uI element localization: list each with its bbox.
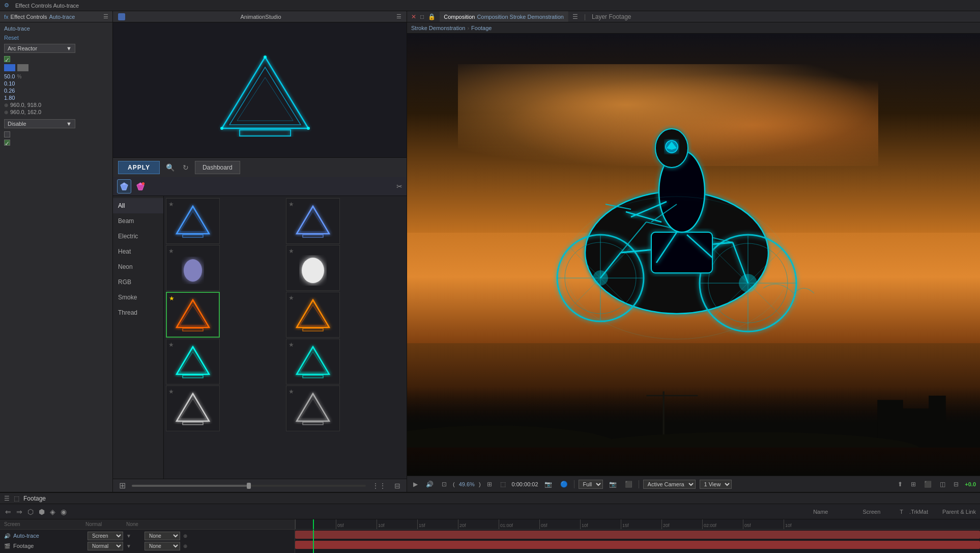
category-item-smoke[interactable]: Smoke (113, 290, 163, 305)
tl-solo[interactable]: ◈ (49, 507, 56, 517)
color-swatch-blue[interactable] (4, 64, 15, 71)
tab-icon-gem[interactable] (117, 179, 131, 193)
category-item-rgb[interactable]: RGB (113, 274, 163, 290)
tl-stencil[interactable]: ◉ (60, 507, 68, 517)
track-name-footage[interactable]: Footage (13, 543, 84, 549)
category-item-all[interactable]: All (113, 198, 163, 213)
category-item-thread[interactable]: Thread (113, 305, 163, 320)
fx-icon: fx (4, 14, 9, 20)
grid-icon-button[interactable]: ⊞ (117, 479, 128, 492)
star-icon-6[interactable]: ★ (289, 294, 294, 301)
effect-item-1[interactable]: ★ (166, 198, 220, 244)
effect-item-6[interactable]: ★ (286, 292, 340, 338)
playhead[interactable] (313, 519, 314, 529)
effect-item-8[interactable]: ★ (286, 339, 340, 384)
param-value-4[interactable]: 1.80 (4, 95, 15, 101)
refresh-button[interactable]: ↻ (181, 161, 191, 174)
category-item-neon[interactable]: Neon (113, 259, 163, 274)
checkbox-3[interactable]: ✓ (4, 140, 10, 146)
panel-menu-icon[interactable]: ☰ (103, 13, 108, 20)
auto-trace-label: Auto-trace (4, 25, 108, 32)
fit-button[interactable]: ⊞ (485, 480, 494, 489)
close-icon[interactable]: ✕ (411, 13, 416, 20)
tl-merge[interactable]: ⬢ (38, 507, 46, 517)
camera-record[interactable]: 📷 (542, 480, 554, 489)
coord-icon-2: ⊕ (4, 109, 8, 115)
render-button[interactable]: ⬛ (922, 480, 934, 489)
audio-button[interactable]: 🔊 (424, 480, 436, 489)
category-item-electric[interactable]: Electric (113, 229, 163, 244)
play-button[interactable]: ▶ (411, 480, 420, 489)
category-list: AllBeamElectricHeatNeonRGBSmokeThread (113, 196, 164, 479)
breadcrumb-item-2[interactable]: Footage (471, 25, 492, 31)
grid-toggle[interactable]: ⊞ (909, 480, 918, 489)
breadcrumb-separator: › (467, 25, 469, 31)
star-icon-2[interactable]: ★ (289, 201, 294, 208)
star-icon-5[interactable]: ★ (169, 295, 175, 302)
magnet-button[interactable]: 🔵 (558, 480, 570, 489)
view-select[interactable]: 1 View (700, 480, 732, 489)
preset-dropdown[interactable]: Arc Reactor ▼ (4, 44, 75, 53)
star-icon-8[interactable]: ★ (289, 341, 294, 348)
export-button[interactable]: ⬆ (896, 480, 905, 489)
track2-parent-select[interactable]: None (145, 542, 180, 550)
camera-select[interactable]: Active Camera (643, 480, 696, 489)
track-mode-select[interactable]: Screen (88, 532, 123, 540)
track-parent-select[interactable]: None (145, 532, 180, 540)
zoom-percent[interactable]: 49.6% (459, 481, 475, 487)
tl-add-layer[interactable]: ⬡ (26, 507, 35, 517)
dashboard-button[interactable]: Dashboard (195, 161, 240, 174)
param-value-2[interactable]: 0.10 (4, 80, 15, 87)
effect-item-7[interactable]: ★ (166, 339, 220, 384)
effect-item-5[interactable]: ★ (166, 292, 220, 338)
star-icon-7[interactable]: ★ (168, 341, 174, 348)
apply-button[interactable]: APPLY (118, 161, 160, 174)
param-value-3[interactable]: 0.26 (4, 88, 15, 94)
checkbox-1[interactable]: ✓ (4, 56, 10, 62)
track-bar-2[interactable] (295, 541, 980, 549)
star-icon-1[interactable]: ★ (168, 201, 174, 208)
param-value-1[interactable]: 50.0 (4, 73, 15, 79)
snapshot-button[interactable]: 📷 (607, 480, 619, 489)
preview-button[interactable]: ⊡ (440, 480, 449, 489)
list-view-button[interactable]: ⋮⋮ (370, 480, 388, 492)
star-icon-3[interactable]: ★ (168, 247, 174, 255)
scissor-button[interactable]: ✂ (396, 182, 402, 190)
disable-dropdown[interactable]: Disable ▼ (4, 119, 75, 128)
breadcrumb-item-1[interactable]: Stroke Demonstration (411, 25, 465, 31)
effect-item-4[interactable]: ★ (286, 245, 340, 291)
coord-value-2[interactable]: 960.0, 162.0 (10, 109, 41, 115)
category-item-beam[interactable]: Beam (113, 213, 163, 229)
effect-item-2[interactable]: ★ (286, 198, 340, 244)
timeline-menu-icon[interactable]: ☰ (4, 495, 10, 502)
category-item-heat[interactable]: Heat (113, 244, 163, 259)
3d-button[interactable]: ◫ (938, 480, 947, 489)
search-button[interactable]: 🔍 (164, 161, 177, 174)
effect-item-10[interactable]: ★ (286, 385, 340, 431)
star-icon-10[interactable]: ★ (289, 388, 294, 395)
transparency-button[interactable]: ⬛ (623, 480, 635, 489)
region-button[interactable]: ⬚ (498, 480, 508, 489)
reset-button[interactable]: Reset (4, 35, 108, 41)
coord-value-1[interactable]: 960.0, 918.0 (10, 102, 41, 108)
comp-tab-composition[interactable]: Composition Composition Stroke Demonstra… (440, 11, 568, 22)
track-bar-1[interactable] (295, 531, 980, 539)
tl-forward-btn[interactable]: ⇒ (15, 507, 23, 517)
tl-playback-btn[interactable]: ⇐ (4, 507, 12, 517)
checkbox-2[interactable] (4, 131, 10, 137)
star-icon-4[interactable]: ★ (289, 247, 294, 255)
effect-item-3[interactable]: ★ (166, 245, 220, 291)
layer-options[interactable]: ⊟ (952, 480, 961, 489)
effect-item-9[interactable]: ★ (166, 385, 220, 431)
center-panel-menu[interactable]: ☰ (396, 13, 401, 20)
grid-view-button[interactable]: ⊟ (392, 480, 402, 492)
track2-mode-select[interactable]: Normal (88, 542, 123, 550)
coord-row-1: ⊕ 960.0, 918.0 (4, 102, 108, 108)
comp-tab-menu[interactable]: ☰ (572, 13, 578, 20)
track-name-auto-trace[interactable]: Auto-trace (13, 533, 84, 539)
timecode[interactable]: 0:00:00:02 (512, 481, 538, 487)
color-swatch-grey[interactable] (17, 64, 28, 71)
resolution-select[interactable]: Full (579, 480, 603, 489)
tab-icon-circle[interactable] (133, 179, 148, 193)
star-icon-9[interactable]: ★ (168, 388, 174, 395)
